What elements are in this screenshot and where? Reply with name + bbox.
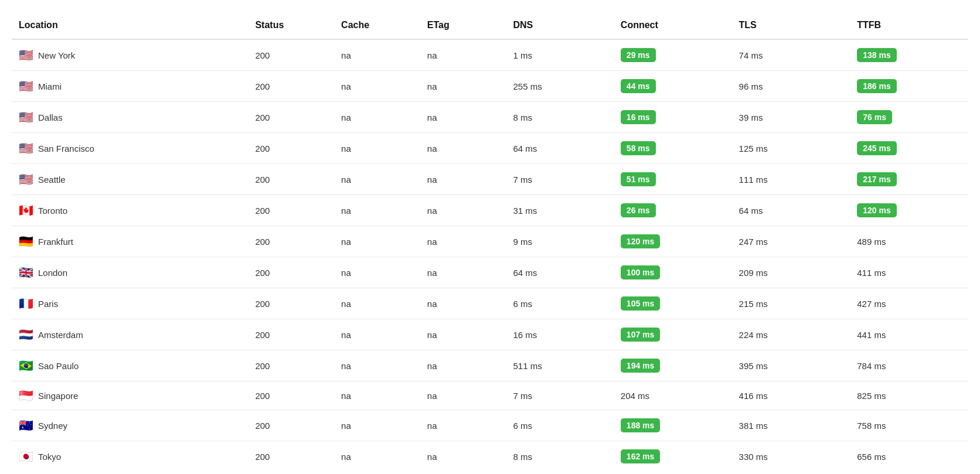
cell-location: 🇳🇱Amsterdam bbox=[12, 319, 248, 350]
location-name: Amsterdam bbox=[38, 330, 83, 340]
cell-status: 200 bbox=[248, 39, 334, 71]
cell-etag: na bbox=[420, 381, 506, 410]
cell-status: 200 bbox=[248, 288, 334, 319]
cell-connect: 51 ms bbox=[614, 164, 732, 195]
cell-etag: na bbox=[420, 257, 506, 288]
flag-icon: 🇺🇸 bbox=[19, 111, 33, 123]
location-name: Sao Paulo bbox=[38, 361, 79, 371]
cell-status: 200 bbox=[248, 195, 334, 226]
cell-connect: 162 ms bbox=[614, 441, 732, 472]
cell-location: 🇧🇷Sao Paulo bbox=[12, 350, 248, 381]
cell-cache: na bbox=[334, 257, 420, 288]
table-header-row: Location Status Cache ETag DNS Connect T… bbox=[12, 12, 968, 39]
location-name: Singapore bbox=[38, 391, 78, 401]
flag-icon: 🇫🇷 bbox=[19, 298, 33, 309]
flag-icon: 🇧🇷 bbox=[19, 360, 33, 371]
cell-ttfb: 784 ms bbox=[850, 350, 968, 381]
location-name: Miami bbox=[38, 81, 62, 91]
cell-etag: na bbox=[420, 350, 506, 381]
header-dns: DNS bbox=[506, 12, 613, 39]
header-tls: TLS bbox=[732, 12, 850, 39]
cell-connect: 100 ms bbox=[614, 257, 732, 288]
cell-cache: na bbox=[334, 350, 420, 381]
cell-tls: 125 ms bbox=[732, 133, 850, 164]
cell-ttfb: 245 ms bbox=[850, 133, 968, 164]
cell-dns: 511 ms bbox=[506, 350, 613, 381]
cell-ttfb: 217 ms bbox=[850, 164, 968, 195]
cell-location: 🇩🇪Frankfurt bbox=[12, 226, 248, 257]
table-row: 🇺🇸Miami200nana255 ms44 ms96 ms186 ms bbox=[12, 71, 968, 102]
cell-dns: 8 ms bbox=[506, 441, 613, 472]
connect-badge: 16 ms bbox=[621, 110, 656, 124]
connect-badge: 188 ms bbox=[621, 418, 660, 432]
table-row: 🇬🇧London200nana64 ms100 ms209 ms411 ms bbox=[12, 257, 968, 288]
cell-location: 🇺🇸San Francisco bbox=[12, 133, 248, 164]
table-row: 🇺🇸New York200nana1 ms29 ms74 ms138 ms bbox=[12, 39, 968, 71]
ttfb-badge: 138 ms bbox=[857, 48, 896, 62]
cell-etag: na bbox=[420, 39, 506, 71]
cell-status: 200 bbox=[248, 257, 334, 288]
cell-connect: 29 ms bbox=[614, 39, 732, 71]
header-location: Location bbox=[12, 12, 248, 39]
main-container: Location Status Cache ETag DNS Connect T… bbox=[0, 0, 980, 474]
header-ttfb: TTFB bbox=[850, 12, 968, 39]
cell-status: 200 bbox=[248, 350, 334, 381]
table-row: 🇦🇺Sydney200nana6 ms188 ms381 ms758 ms bbox=[12, 410, 968, 441]
cell-status: 200 bbox=[248, 102, 334, 133]
cell-connect: 58 ms bbox=[614, 133, 732, 164]
cell-cache: na bbox=[334, 381, 420, 410]
cell-cache: na bbox=[334, 102, 420, 133]
cell-location: 🇺🇸Miami bbox=[12, 71, 248, 102]
location-name: New York bbox=[38, 50, 75, 60]
cell-connect: 26 ms bbox=[614, 195, 732, 226]
connect-badge: 105 ms bbox=[621, 296, 660, 311]
flag-icon: 🇨🇦 bbox=[19, 204, 33, 216]
location-name: San Francisco bbox=[38, 144, 94, 154]
cell-cache: na bbox=[334, 133, 420, 164]
table-row: 🇨🇦Toronto200nana31 ms26 ms64 ms120 ms bbox=[12, 195, 968, 226]
cell-connect: 107 ms bbox=[614, 319, 732, 350]
connect-badge: 120 ms bbox=[621, 234, 660, 248]
cell-location: 🇺🇸Seattle bbox=[12, 164, 248, 195]
cell-dns: 8 ms bbox=[506, 102, 613, 133]
cell-location: 🇦🇺Sydney bbox=[12, 410, 248, 441]
table-row: 🇺🇸Dallas200nana8 ms16 ms39 ms76 ms bbox=[12, 102, 968, 133]
cell-dns: 64 ms bbox=[506, 133, 613, 164]
cell-etag: na bbox=[420, 319, 506, 350]
location-name: Sydney bbox=[38, 421, 67, 431]
cell-status: 200 bbox=[248, 71, 334, 102]
flag-icon: 🇳🇱 bbox=[19, 329, 33, 340]
header-cache: Cache bbox=[334, 12, 420, 39]
table-row: 🇳🇱Amsterdam200nana16 ms107 ms224 ms441 m… bbox=[12, 319, 968, 350]
cell-location: 🇸🇬Singapore bbox=[12, 381, 248, 410]
cell-status: 200 bbox=[248, 441, 334, 472]
flag-icon: 🇦🇺 bbox=[19, 420, 33, 431]
cell-location: 🇯🇵Tokyo bbox=[12, 441, 248, 472]
flag-icon: 🇺🇸 bbox=[19, 49, 33, 61]
connect-badge: 100 ms bbox=[621, 265, 660, 279]
cell-etag: na bbox=[420, 410, 506, 441]
connect-badge: 44 ms bbox=[621, 79, 656, 93]
cell-tls: 224 ms bbox=[732, 319, 850, 350]
cell-ttfb: 186 ms bbox=[850, 71, 968, 102]
cell-tls: 416 ms bbox=[732, 381, 850, 410]
cell-tls: 395 ms bbox=[732, 350, 850, 381]
cell-etag: na bbox=[420, 133, 506, 164]
cell-ttfb: 138 ms bbox=[850, 39, 968, 71]
cell-status: 200 bbox=[248, 133, 334, 164]
cell-location: 🇬🇧London bbox=[12, 257, 248, 288]
cell-ttfb: 120 ms bbox=[850, 195, 968, 226]
cell-dns: 1 ms bbox=[506, 39, 613, 71]
cell-tls: 209 ms bbox=[732, 257, 850, 288]
cell-connect: 194 ms bbox=[614, 350, 732, 381]
table-row: 🇩🇪Frankfurt200nana9 ms120 ms247 ms489 ms bbox=[12, 226, 968, 257]
connect-badge: 194 ms bbox=[621, 359, 660, 373]
cell-ttfb: 427 ms bbox=[850, 288, 968, 319]
cell-connect: 16 ms bbox=[614, 102, 732, 133]
cell-cache: na bbox=[334, 441, 420, 472]
connect-badge: 29 ms bbox=[621, 48, 656, 62]
location-name: Paris bbox=[38, 299, 58, 309]
table-row: 🇺🇸San Francisco200nana64 ms58 ms125 ms24… bbox=[12, 133, 968, 164]
cell-cache: na bbox=[334, 226, 420, 257]
location-name: Toronto bbox=[38, 206, 67, 216]
